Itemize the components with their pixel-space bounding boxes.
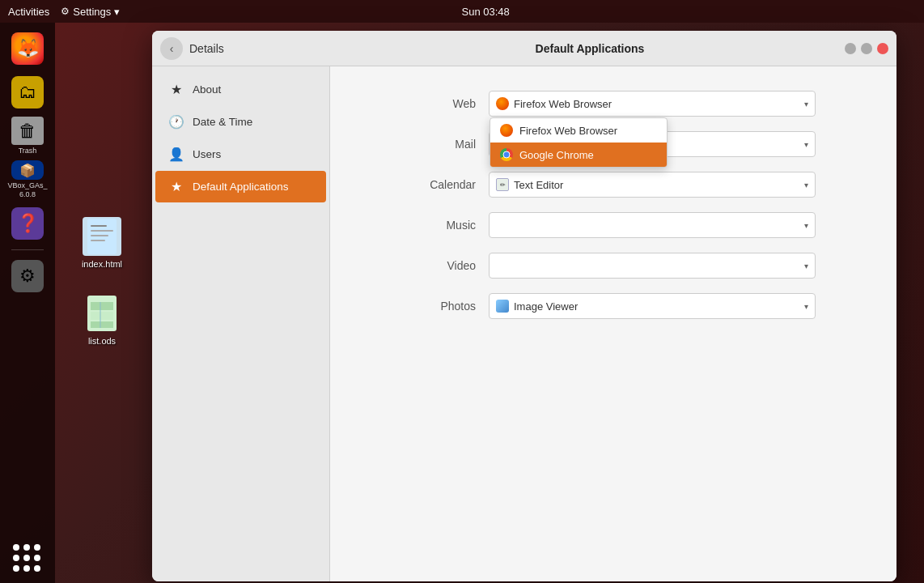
help-icon: ❓ — [11, 207, 44, 240]
maximize-button[interactable] — [861, 43, 872, 54]
window-main-title: Default Applications — [335, 42, 845, 55]
settings-icon: ⚙ — [11, 260, 44, 292]
trash-icon: 🗑 — [11, 117, 44, 145]
activities-button[interactable]: Activities — [8, 6, 49, 18]
dock-files[interactable]: 🗂 — [8, 73, 47, 112]
sidebar-item-users[interactable]: 👤 Users — [155, 138, 326, 170]
index-html-icon — [83, 217, 121, 256]
desktop: 🦊 🗂 🗑 Trash 📦 VBox_GAs_6.0.8 ❓ ⚙ — [0, 23, 924, 583]
video-select[interactable]: ▾ — [489, 253, 816, 279]
desktop-icon-list-ods[interactable]: list.ods — [73, 294, 131, 346]
minimize-button[interactable] — [845, 43, 856, 54]
svg-rect-4 — [91, 240, 105, 241]
firefox-icon: 🦊 — [11, 32, 44, 65]
video-row: Video ▾ — [411, 253, 816, 279]
svg-rect-7 — [91, 312, 113, 320]
sidebar-item-about[interactable]: ★ About — [155, 74, 326, 105]
calendar-selected-text: Text Editor — [514, 179, 563, 191]
photos-selected-text: Image Viewer — [514, 300, 578, 313]
list-ods-icon — [83, 294, 121, 333]
svg-rect-3 — [91, 235, 108, 236]
dropdown-firefox-icon — [500, 124, 513, 137]
dot — [13, 565, 19, 572]
web-chevron-icon: ▾ — [804, 100, 808, 109]
web-label: Web — [411, 97, 476, 110]
web-row: Web Firefox Web Browser ▾ — [411, 91, 816, 117]
window-body: ★ About 🕐 Date & Time 👤 Users ★ Default … — [152, 66, 896, 581]
dock-settings[interactable]: ⚙ — [8, 257, 47, 296]
music-select[interactable]: ▾ — [489, 212, 816, 238]
photos-label: Photos — [411, 300, 476, 313]
clock: Sun 03:48 — [462, 6, 510, 18]
users-label: Users — [193, 148, 221, 160]
music-chevron-icon: ▾ — [804, 221, 808, 230]
sidebar-item-datetime[interactable]: 🕐 Date & Time — [155, 106, 326, 138]
apps-grid-button[interactable] — [11, 543, 44, 575]
dropdown-item-chrome[interactable]: Google Chrome — [490, 143, 667, 167]
dot — [23, 565, 30, 572]
close-button[interactable] — [877, 43, 888, 54]
about-icon: ★ — [168, 82, 184, 97]
photos-select[interactable]: Image Viewer ▾ — [489, 293, 816, 319]
settings-window: ‹ Details Default Applications ★ About 🕐… — [152, 31, 896, 581]
window-controls — [845, 43, 888, 54]
calendar-select-value: ✏ Text Editor — [496, 178, 563, 191]
dot — [34, 555, 40, 561]
settings-menu[interactable]: ⚙ Settings ▾ — [61, 6, 120, 18]
calendar-select[interactable]: ✏ Text Editor ▾ — [489, 172, 816, 198]
desktop-icon-index-html[interactable]: index.html — [73, 217, 131, 269]
web-dropdown[interactable]: Firefox Web Browser Google Chrome — [490, 117, 668, 168]
svg-rect-8 — [91, 321, 113, 328]
image-viewer-icon — [496, 300, 509, 313]
vbox-icon: 📦 — [11, 160, 44, 180]
dropdown-chrome-label: Google Chrome — [519, 149, 594, 161]
dot — [23, 555, 30, 561]
web-select[interactable]: Firefox Web Browser ▾ Firefox Web Browse… — [489, 91, 816, 117]
sidebar: ★ About 🕐 Date & Time 👤 Users ★ Default … — [152, 66, 330, 581]
datetime-icon: 🕐 — [168, 114, 184, 130]
sidebar-item-default-apps[interactable]: ★ Default Applications — [155, 171, 326, 202]
video-label: Video — [411, 259, 476, 272]
list-ods-label: list.ods — [88, 336, 116, 346]
datetime-label: Date & Time — [193, 116, 252, 128]
dock-help[interactable]: ❓ — [8, 204, 47, 243]
dock-trash[interactable]: 🗑 Trash — [8, 117, 47, 155]
dropdown-item-firefox[interactable]: Firefox Web Browser — [490, 118, 667, 143]
vbox-label: VBox_GAs_6.0.8 — [7, 181, 47, 199]
window-titlebar: ‹ Details Default Applications — [152, 31, 896, 66]
text-editor-icon: ✏ — [496, 178, 509, 191]
default-apps-form: Web Firefox Web Browser ▾ — [411, 91, 816, 319]
calendar-label: Calendar — [411, 178, 476, 191]
photos-chevron-icon: ▾ — [804, 302, 808, 311]
dock-vbox[interactable]: 📦 VBox_GAs_6.0.8 — [8, 160, 47, 199]
topbar: Activities ⚙ Settings ▾ Sun 03:48 — [0, 0, 924, 23]
photos-select-value: Image Viewer — [496, 300, 578, 313]
dot — [13, 555, 19, 561]
web-selected-text: Firefox Web Browser — [514, 98, 612, 110]
index-html-label: index.html — [82, 259, 122, 269]
window-section-title: Details — [189, 42, 335, 55]
svg-rect-1 — [91, 225, 107, 227]
topbar-left: Activities ⚙ Settings ▾ — [8, 6, 120, 18]
dropdown-firefox-label: Firefox Web Browser — [519, 125, 617, 137]
photos-row: Photos Image Viewer ▾ — [411, 293, 816, 319]
dot — [23, 544, 30, 551]
dock: 🦊 🗂 🗑 Trash 📦 VBox_GAs_6.0.8 ❓ ⚙ — [0, 23, 55, 583]
web-select-value: Firefox Web Browser — [496, 97, 612, 110]
about-label: About — [193, 83, 221, 96]
users-icon: 👤 — [168, 147, 184, 162]
default-apps-icon: ★ — [168, 179, 184, 194]
back-button[interactable]: ‹ — [160, 37, 183, 60]
dock-separator — [11, 249, 44, 250]
calendar-chevron-icon: ▾ — [804, 181, 808, 189]
dropdown-chrome-icon — [500, 148, 513, 161]
dot — [34, 565, 40, 572]
music-label: Music — [411, 219, 476, 232]
svg-rect-6 — [91, 302, 113, 310]
firefox-ball-icon — [496, 97, 509, 110]
default-apps-label: Default Applications — [193, 181, 289, 193]
mail-label: Mail — [411, 138, 476, 151]
mail-chevron-icon: ▾ — [804, 140, 808, 149]
dock-firefox[interactable]: 🦊 — [8, 29, 47, 68]
dot — [34, 544, 40, 551]
